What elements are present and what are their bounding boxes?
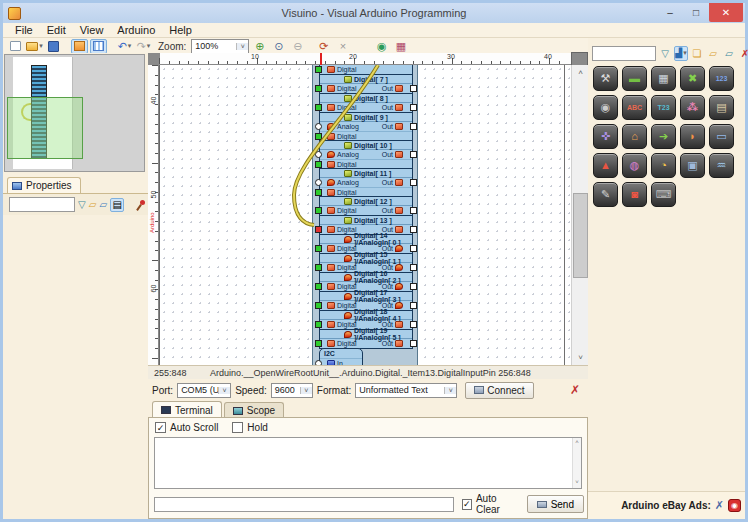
hold-checkbox[interactable]: Hold bbox=[232, 422, 268, 433]
menu-item-edit[interactable]: Edit bbox=[41, 24, 72, 36]
input-connector[interactable] bbox=[315, 302, 322, 309]
toolbox-category-power[interactable]: ◙ bbox=[622, 182, 647, 207]
pushpin-icon[interactable] bbox=[135, 199, 147, 211]
toggle-panels-button[interactable] bbox=[71, 39, 88, 54]
auto-scroll-box[interactable] bbox=[155, 422, 166, 433]
board-selector-button[interactable]: ▟▾ bbox=[674, 46, 688, 61]
input-connector[interactable] bbox=[315, 161, 322, 168]
auto-clear-checkbox[interactable]: Auto Clear bbox=[462, 493, 519, 515]
zoom-in-button[interactable]: ⊕ bbox=[251, 39, 268, 54]
zoom-combobox[interactable]: 100%˅ bbox=[191, 39, 249, 54]
collapse-icon[interactable]: ▱ bbox=[99, 200, 107, 210]
compile-button[interactable]: ◉ bbox=[373, 39, 390, 54]
toolbox-category-math[interactable]: ✖ bbox=[680, 66, 705, 91]
input-connector[interactable] bbox=[315, 283, 322, 290]
open-button[interactable]: ▾ bbox=[26, 39, 43, 54]
delete-button[interactable]: × bbox=[334, 39, 351, 54]
toolbox-category-plots[interactable]: ▲ bbox=[593, 153, 618, 178]
toolbox-category-displays[interactable]: ▭ bbox=[709, 124, 734, 149]
pin-block[interactable]: Digital[ 10 ]AnalogOutDigital bbox=[319, 140, 413, 169]
output-connector[interactable] bbox=[410, 340, 417, 347]
menu-item-file[interactable]: File bbox=[9, 24, 39, 36]
pin-block[interactable]: Digital[ 11 ]AnalogOutDigital bbox=[319, 168, 413, 197]
toolbox-category-text[interactable]: ABC bbox=[622, 95, 647, 120]
toolbox-category-tools[interactable]: ⚒ bbox=[593, 66, 618, 91]
input-connector[interactable] bbox=[315, 264, 322, 271]
toolbox-category-gamepad[interactable]: ✜ bbox=[593, 124, 618, 149]
ads-tools-icon[interactable]: ✗ bbox=[715, 499, 724, 512]
comments-icon[interactable]: ❏ bbox=[690, 46, 704, 61]
pin-block[interactable]: Digital[ 8 ]DigitalOut bbox=[319, 93, 413, 113]
toolbox-category-keyboard[interactable]: ⌨ bbox=[651, 182, 676, 207]
scroll-up-arrow[interactable]: ˄ bbox=[572, 65, 589, 80]
expand-all-icon[interactable]: ▱ bbox=[706, 46, 720, 61]
input-connector[interactable] bbox=[315, 66, 322, 73]
format-combobox[interactable]: Unformatted Text˅ bbox=[355, 383, 457, 398]
properties-filter-input[interactable] bbox=[9, 197, 75, 212]
input-connector[interactable] bbox=[315, 245, 322, 252]
undo-button[interactable]: ↶▾ bbox=[116, 39, 133, 54]
menu-item-view[interactable]: View bbox=[74, 24, 110, 36]
disconnect-icon[interactable]: ✗ bbox=[570, 383, 580, 397]
toolbox-category-color[interactable]: ◍ bbox=[622, 153, 647, 178]
toolbox-category-boards[interactable]: ▬ bbox=[622, 66, 647, 91]
refresh-button[interactable]: ⟳ bbox=[315, 39, 332, 54]
input-connector[interactable] bbox=[315, 340, 322, 347]
output-connector[interactable] bbox=[410, 104, 417, 111]
output-connector[interactable] bbox=[410, 123, 417, 130]
scroll-thumb[interactable] bbox=[573, 193, 588, 278]
save-button[interactable] bbox=[45, 39, 62, 54]
terminal-output-scrollbar[interactable]: ˄˅ bbox=[572, 438, 581, 488]
output-connector[interactable] bbox=[410, 151, 417, 158]
pin-block[interactable]: Digital[ 9 ]AnalogOutDigital bbox=[319, 112, 413, 141]
scroll-down-arrow[interactable]: ˅ bbox=[572, 350, 589, 365]
filter-icon[interactable]: ▽ bbox=[78, 200, 86, 210]
canvas-vertical-scrollbar[interactable]: ˄ ˅ bbox=[571, 65, 588, 365]
new-button[interactable] bbox=[7, 39, 24, 54]
input-connector[interactable] bbox=[315, 179, 322, 186]
collapse-all-icon[interactable]: ▱ bbox=[722, 46, 736, 61]
toolbox-category-mouse[interactable]: ◉ bbox=[593, 95, 618, 120]
hold-box[interactable] bbox=[232, 422, 243, 433]
sort-button[interactable]: ▤ bbox=[110, 198, 124, 212]
upload-button[interactable]: ▦ bbox=[392, 39, 409, 54]
toolbox-category-random[interactable]: ⁂ bbox=[680, 95, 705, 120]
toggle-grid-button[interactable] bbox=[90, 39, 107, 54]
maximize-button[interactable]: □ bbox=[683, 3, 709, 22]
minimap-viewport[interactable] bbox=[7, 97, 83, 159]
menu-item-help[interactable]: Help bbox=[163, 24, 198, 36]
output-connector[interactable] bbox=[410, 207, 417, 214]
speed-combobox[interactable]: 9600˅ bbox=[271, 383, 313, 398]
input-connector[interactable] bbox=[315, 104, 322, 111]
toolbox-category-fluid[interactable]: ♒ bbox=[709, 153, 734, 178]
input-connector[interactable] bbox=[315, 123, 322, 130]
toolbox-category-time[interactable]: ◔ bbox=[651, 153, 676, 178]
port-combobox[interactable]: COM5 (Unava˅ bbox=[177, 383, 231, 398]
menu-item-arduino[interactable]: Arduino bbox=[111, 24, 161, 36]
connect-button[interactable]: Connect bbox=[465, 382, 533, 399]
toolbox-category-speech[interactable]: ✎ bbox=[593, 182, 618, 207]
terminal-output[interactable]: ˄˅ bbox=[154, 437, 582, 489]
pin-block[interactable]: Digital[ 12 ]DigitalOut bbox=[319, 196, 413, 216]
zoom-out-button[interactable]: ⊖ bbox=[289, 39, 306, 54]
toolbox-category-industrial[interactable]: ⌂ bbox=[622, 124, 647, 149]
toolbox-category-panels[interactable]: ▣ bbox=[680, 153, 705, 178]
close-button[interactable]: ✕ bbox=[709, 3, 743, 22]
zoom-reset-button[interactable]: ⊙ bbox=[270, 39, 287, 54]
tab-terminal[interactable]: Terminal bbox=[152, 401, 222, 418]
toolbox-search-input[interactable] bbox=[592, 46, 656, 61]
design-canvas[interactable]: DigitalDigital[ 7 ]DigitalOutDigital[ 8 … bbox=[159, 65, 571, 365]
toolbox-category-memory[interactable]: ▤ bbox=[709, 95, 734, 120]
auto-clear-box[interactable] bbox=[462, 499, 472, 510]
input-connector[interactable] bbox=[315, 151, 322, 158]
minimize-button[interactable]: – bbox=[657, 3, 683, 22]
input-connector[interactable] bbox=[315, 133, 322, 140]
input-connector[interactable] bbox=[315, 207, 322, 214]
toolbox-filter-icon[interactable]: ▽ bbox=[658, 46, 672, 61]
redo-button[interactable]: ↷▾ bbox=[135, 39, 152, 54]
auto-scroll-checkbox[interactable]: Auto Scroll bbox=[155, 422, 218, 433]
selected-input-connector[interactable] bbox=[315, 226, 322, 233]
toolbox-category-typed-values[interactable]: T23 bbox=[651, 95, 676, 120]
toolbox-category-analog[interactable]: ◗ bbox=[680, 124, 705, 149]
tab-scope[interactable]: Scope bbox=[224, 402, 284, 418]
